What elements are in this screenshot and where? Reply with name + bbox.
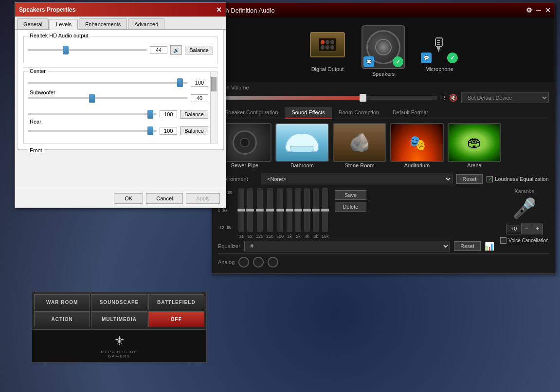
speakers-action-bar: OK Cancel Apply: [15, 189, 226, 208]
tab-general[interactable]: General: [17, 18, 49, 29]
device-speakers[interactable]: 💬 ✓ Speakers: [361, 25, 405, 77]
eq-fader-8k-track[interactable]: [313, 188, 319, 232]
hd-minimize-button[interactable]: ─: [536, 6, 541, 14]
speakers-titlebar: Speakers Properties ✕: [15, 3, 226, 17]
front-balance-button[interactable]: Balance: [180, 126, 208, 135]
loudness-equalization-check[interactable]: ✓ Loudness Equalization: [487, 176, 549, 182]
rog-emblem-icon: ⚜: [114, 334, 125, 349]
eq-fader-1k-track[interactable]: [287, 188, 292, 232]
vol-right-label: R: [441, 95, 445, 101]
env-card-arena[interactable]: 🏟 Arena: [448, 123, 501, 169]
environment-reset-button[interactable]: Reset: [456, 174, 483, 184]
rear-slider[interactable]: [28, 113, 157, 115]
stone-icon: 🪨: [349, 132, 371, 153]
hd-close-button[interactable]: ✕: [545, 6, 551, 14]
rear-balance-button[interactable]: Balance: [180, 110, 208, 119]
analog-dot-3[interactable]: [268, 257, 278, 267]
rog-button-grid: WAR ROOM SOUNDSCAPE BATTLEFIELD ACTION M…: [32, 292, 206, 329]
rog-btn-action[interactable]: ACTION: [34, 311, 90, 327]
mute-button[interactable]: 🔇: [449, 94, 457, 102]
eq-fader-62-track[interactable]: [247, 188, 253, 232]
tab-speaker-config[interactable]: Speaker Configuration: [218, 107, 285, 119]
subwoofer-value-input[interactable]: [191, 94, 208, 102]
hd-settings-button[interactable]: ⚙: [526, 6, 532, 14]
center-value-input[interactable]: [191, 79, 208, 87]
environment-select[interactable]: <None>: [261, 174, 452, 184]
equalizer-select[interactable]: #: [244, 241, 450, 251]
scrollbar-thumb[interactable]: [211, 77, 217, 91]
eq-fader-2k: 2k: [295, 188, 301, 239]
eq-faders: 31 62 125 250: [238, 188, 329, 239]
rog-btn-battlefield[interactable]: BATTLEFIELD: [148, 294, 204, 310]
eq-save-button[interactable]: Save: [335, 190, 367, 200]
eq-db-bot: -12 dB: [218, 225, 236, 230]
env-card-bathroom[interactable]: Bathroom: [275, 123, 329, 169]
center-slider[interactable]: [28, 82, 188, 84]
tab-sound-effects[interactable]: Sound Effects: [285, 107, 331, 119]
realtek-mute-button[interactable]: 🔊: [170, 45, 182, 55]
environment-select-row: Environment <None> Reset ✓ Loudness Equa…: [218, 174, 549, 184]
default-device-select[interactable]: Set Default Device: [461, 92, 549, 103]
karaoke-increase-button[interactable]: +: [532, 223, 542, 234]
microphone-icon: 🎙: [431, 35, 448, 55]
tab-levels[interactable]: Levels: [50, 19, 78, 30]
eq-reset-button[interactable]: Reset: [454, 241, 481, 251]
eq-fader-31-track[interactable]: [238, 188, 244, 232]
tab-advanced[interactable]: Advanced: [128, 18, 164, 29]
speakers-levels-content: Realtek HD Audio output 🔊 Balance Center: [17, 30, 224, 150]
mic-check-badge: ✓: [447, 53, 458, 63]
tab-room-correction[interactable]: Room Correction: [332, 107, 386, 119]
rog-logo-section: ⚜ REPUBLIC OF GAMERS: [32, 329, 206, 362]
rog-btn-multimedia[interactable]: MULTIMEDIA: [91, 311, 147, 327]
eq-fader-250-track[interactable]: [267, 188, 273, 232]
subwoofer-slider-row: [28, 94, 208, 102]
voice-cancel-checkbox[interactable]: [500, 237, 506, 244]
eq-fader-125-track[interactable]: [257, 188, 263, 232]
arena-icon: 🏟: [467, 134, 482, 151]
cancel-button[interactable]: Cancel: [146, 193, 183, 204]
rear-value-input[interactable]: [160, 110, 177, 118]
eq-fader-500-track[interactable]: [277, 188, 283, 232]
ok-button[interactable]: OK: [114, 193, 143, 204]
speakers-close-button[interactable]: ✕: [216, 6, 222, 14]
env-card-stone-room[interactable]: 🪨 Stone Room: [333, 123, 386, 169]
eq-freq-31: 31: [239, 234, 244, 239]
voice-cancellation-check[interactable]: Voice Cancellation: [500, 237, 548, 244]
front-value-input[interactable]: [160, 127, 177, 135]
rog-btn-war-room[interactable]: WAR ROOM: [34, 294, 90, 310]
device-digital-output[interactable]: Digital Output: [308, 25, 347, 77]
rog-logo-content: ⚜ REPUBLIC OF GAMERS: [101, 334, 137, 358]
eq-fader-1k: 1k: [287, 188, 292, 239]
rog-btn-off[interactable]: OFF: [148, 311, 204, 327]
subwoofer-slider[interactable]: [28, 97, 188, 99]
realtek-balance-button[interactable]: Balance: [185, 46, 213, 54]
device-microphone[interactable]: 🎙 💬 ✓ Microphone: [420, 25, 459, 77]
front-slider[interactable]: [28, 130, 157, 132]
eq-fader-4k-track[interactable]: [304, 188, 310, 232]
eq-bars-icon-button[interactable]: 📊: [485, 242, 494, 251]
main-volume-slider[interactable]: [225, 96, 437, 100]
analog-dot-2[interactable]: [253, 257, 264, 267]
eq-fader-16k-track[interactable]: [322, 188, 328, 232]
eq-delete-button[interactable]: Delete: [335, 202, 367, 212]
realtek-slider[interactable]: [28, 49, 147, 51]
tab-default-format[interactable]: Default Format: [386, 107, 435, 119]
analog-row: Analog: [218, 253, 549, 270]
rog-btn-soundscape[interactable]: SOUNDSCAPE: [91, 294, 147, 310]
bathroom-image: [275, 123, 329, 162]
auditorium-image: 🎭: [390, 123, 444, 162]
eq-freq-2k: 2k: [296, 234, 301, 239]
rog-panel: WAR ROOM SOUNDSCAPE BATTLEFIELD ACTION M…: [32, 292, 207, 363]
tab-enhancements[interactable]: Enhancements: [79, 18, 127, 29]
arena-image: 🏟: [448, 123, 501, 162]
levels-scrollbar[interactable]: [210, 72, 217, 143]
eq-freq-500: 500: [276, 234, 284, 239]
env-card-auditorium[interactable]: 🎭 Auditorium: [390, 123, 444, 169]
apply-button[interactable]: Apply: [186, 193, 220, 204]
eq-fader-2k-track[interactable]: [295, 188, 301, 232]
loudness-checkbox[interactable]: ✓: [487, 176, 493, 182]
analog-dot-1[interactable]: [238, 257, 249, 267]
front-slider-row: Balance: [28, 126, 208, 135]
realtek-value-input[interactable]: [150, 46, 167, 54]
karaoke-decrease-button[interactable]: −: [521, 223, 532, 234]
